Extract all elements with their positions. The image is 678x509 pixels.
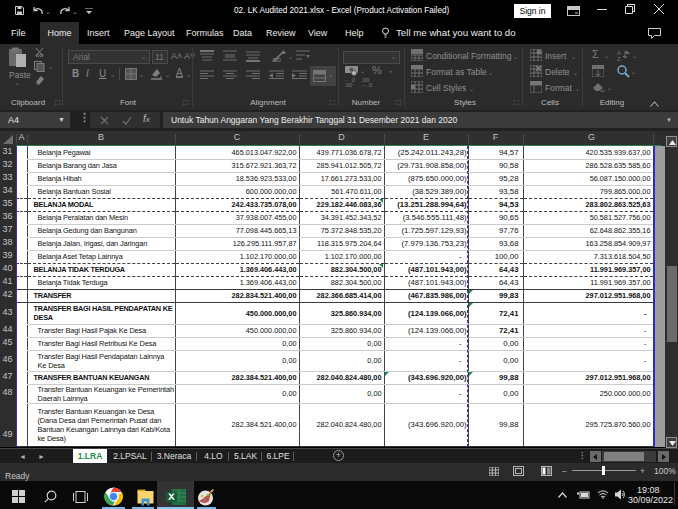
svg-text:ab: ab: [272, 55, 281, 63]
svg-text:Z: Z: [617, 56, 621, 61]
